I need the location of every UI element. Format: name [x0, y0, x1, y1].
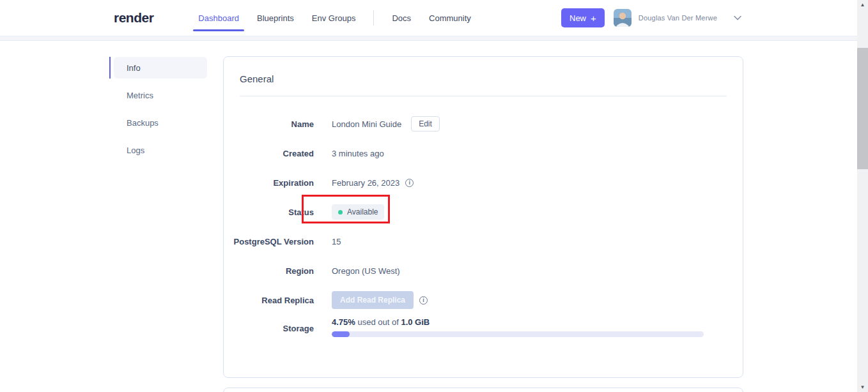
top-navbar: render Dashboard Blueprints Env Groups D…	[0, 0, 868, 36]
scrollbar-thumb[interactable]	[857, 48, 868, 169]
postgres-version-row: PostgreSQL Version 15	[224, 227, 743, 256]
add-read-replica-button[interactable]: Add Read Replica	[332, 291, 414, 309]
name-value: London Mini Guide	[332, 119, 401, 129]
vertical-scrollbar[interactable]: ▲ ▼	[857, 0, 868, 392]
nav-dashboard[interactable]: Dashboard	[189, 0, 248, 36]
storage-row: Storage 4.75% used out of 1.0 GiB	[224, 315, 743, 351]
read-replica-row: Read Replica Add Read Replica i	[224, 285, 743, 315]
storage-progress-fill	[332, 331, 350, 337]
nav-blueprints[interactable]: Blueprints	[248, 0, 303, 36]
next-card-top-edge	[223, 388, 743, 392]
chevron-down-icon[interactable]	[734, 15, 741, 20]
created-label: Created	[224, 149, 314, 158]
status-text: Available	[347, 207, 378, 216]
storage-used-pct: 4.75%	[332, 317, 355, 327]
edit-button[interactable]: Edit	[411, 116, 440, 132]
sidebar-item-info[interactable]: Info	[114, 57, 207, 79]
created-row: Created 3 minutes ago	[224, 139, 743, 168]
info-icon[interactable]: i	[405, 179, 414, 187]
avatar-photo	[614, 9, 632, 27]
region-value: Oregon (US West)	[332, 266, 400, 276]
active-tab-underline	[193, 29, 244, 31]
storage-usage-text: 4.75% used out of 1.0 GiB	[332, 317, 704, 327]
storage-progress-track	[332, 331, 704, 337]
expiration-value: February 26, 2023	[332, 178, 399, 188]
expiration-row: Expiration February 26, 2023 i	[224, 168, 743, 197]
scrollbar-down-arrow-icon[interactable]: ▼	[857, 382, 868, 392]
general-card: General Name London Mini Guide Edit Crea…	[223, 56, 743, 378]
region-row: Region Oregon (US West)	[224, 256, 743, 285]
region-label: Region	[224, 266, 314, 276]
nav-env-groups[interactable]: Env Groups	[303, 0, 365, 36]
nav-docs[interactable]: Docs	[383, 0, 420, 36]
primary-nav: Dashboard Blueprints Env Groups Docs Com…	[189, 0, 479, 36]
created-value: 3 minutes ago	[332, 149, 384, 158]
expiration-label: Expiration	[224, 178, 314, 188]
info-icon[interactable]: i	[419, 296, 428, 305]
storage-label: Storage	[224, 317, 314, 333]
sidebar: Info Metrics Backups Logs	[114, 57, 207, 164]
read-replica-label: Read Replica	[224, 296, 314, 305]
scrollbar-up-arrow-icon[interactable]: ▲	[857, 0, 868, 10]
plus-icon: +	[591, 13, 596, 24]
sidebar-item-backups[interactable]: Backups	[114, 112, 207, 133]
postgres-version-value: 15	[332, 237, 341, 246]
info-rows: Name London Mini Guide Edit Created 3 mi…	[224, 96, 743, 351]
sidebar-item-logs[interactable]: Logs	[114, 139, 207, 161]
name-row: Name London Mini Guide Edit	[224, 109, 743, 139]
card-title: General	[224, 57, 743, 96]
new-button[interactable]: New +	[561, 8, 605, 27]
active-indicator-bar	[109, 57, 111, 79]
header-sub-strip	[0, 36, 868, 41]
status-dot-icon	[338, 210, 343, 215]
status-badge: Available	[332, 204, 384, 220]
render-logo[interactable]: render	[114, 10, 153, 26]
nav-community[interactable]: Community	[420, 0, 480, 36]
postgres-version-label: PostgreSQL Version	[224, 237, 314, 246]
sidebar-item-metrics[interactable]: Metrics	[114, 84, 207, 106]
name-label: Name	[224, 119, 314, 129]
nav-divider	[373, 10, 374, 26]
header-right: New + Douglas Van Der Merwe	[561, 8, 741, 27]
user-name[interactable]: Douglas Van Der Merwe	[639, 14, 717, 22]
status-label: Status	[224, 207, 314, 217]
page: render Dashboard Blueprints Env Groups D…	[0, 0, 868, 392]
status-row: Status Available	[224, 197, 743, 227]
storage-middle-text: used out of	[355, 317, 401, 327]
storage-total: 1.0 GiB	[401, 317, 430, 327]
avatar[interactable]	[614, 9, 632, 27]
